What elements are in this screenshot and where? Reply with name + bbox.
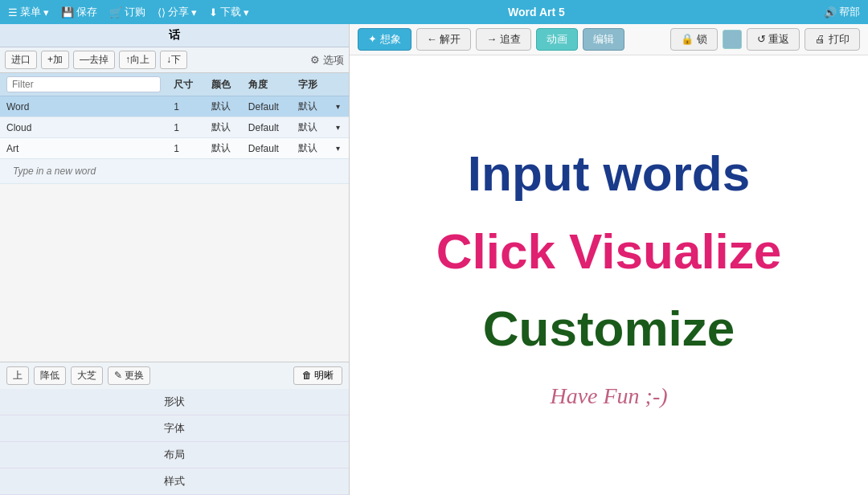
download-chevron-icon: ▾ (244, 6, 249, 18)
row-arrow: ▾ (330, 96, 349, 117)
save-button[interactable]: 💾 保存 (61, 5, 97, 19)
down-button[interactable]: ↓下 (160, 51, 187, 69)
cell-angle: Default (242, 117, 293, 138)
speaker-icon: 🔊 (824, 6, 837, 18)
download-button[interactable]: ⬇ 下载 ▾ (209, 5, 249, 19)
canvas-line4: Have Fun ;-) (436, 380, 782, 411)
row-arrow: ▾ (330, 138, 349, 159)
shape-item[interactable]: 形状 (0, 389, 349, 415)
share-chevron-icon: ▾ (191, 6, 197, 18)
cell-size: 1 (167, 96, 204, 117)
cart-icon: 🛒 (109, 6, 122, 18)
canvas-line1: Input words (436, 139, 782, 209)
new-word-cell (0, 159, 349, 184)
word-table-body: Word 1 默认 Default 默认 ▾ Cloud 1 默认 Defaul… (0, 96, 349, 184)
col-filter (0, 73, 167, 96)
cell-color: 默认 (205, 138, 242, 159)
bottom-controls: 上 降低 大芝 ✎ 更换 🗑 明晰 (0, 362, 349, 389)
size-button[interactable]: 大芝 (71, 366, 103, 385)
table-row[interactable]: Cloud 1 默认 Default 默认 ▾ (0, 117, 349, 138)
app-title: Word Art 5 (508, 6, 565, 18)
unlock-button[interactable]: ← 解开 (416, 28, 472, 51)
cell-color: 默认 (205, 117, 242, 138)
edit-button[interactable]: 编辑 (583, 28, 624, 51)
import-button[interactable]: 进口 (5, 51, 37, 69)
redo-button[interactable]: ↺ 重返 (747, 28, 800, 51)
row-arrow: ▾ (330, 117, 349, 138)
order-button[interactable]: 🛒 订购 (109, 5, 145, 19)
col-angle: 角度 (242, 73, 293, 96)
replace-button[interactable]: ✎ 更换 (108, 366, 150, 385)
search-button[interactable]: → 追查 (476, 28, 531, 51)
lower-button[interactable]: 降低 (34, 366, 66, 385)
top-bar-left: ☰ 菜单 ▾ 💾 保存 🛒 订购 ⟨⟩ 分享 ▾ ⬇ 下载 ▾ (8, 5, 249, 19)
help-button[interactable]: 🔊 帮部 (824, 5, 860, 19)
download-icon: ⬇ (209, 6, 218, 18)
table-row[interactable]: Art 1 默认 Default 默认 ▾ (0, 138, 349, 159)
font-item[interactable]: 字体 (0, 415, 349, 442)
color-swatch[interactable] (723, 30, 742, 49)
new-word-row (0, 159, 349, 184)
extra-menu: 形状 字体 布局 样式 (0, 389, 349, 495)
settings-button[interactable]: ⚙ 选项 (310, 53, 344, 68)
canvas-line3: Customize (436, 294, 782, 364)
right-toolbar: ✦ 想象 ← 解开 → 追查 动画 编辑 🔒 锁 ↺ 重返 🖨 打印 (350, 24, 868, 55)
share-icon: ⟨⟩ (158, 6, 166, 18)
style-item[interactable]: 样式 (0, 468, 349, 495)
up-button[interactable]: ↑向上 (119, 51, 156, 69)
menu-chevron-icon: ▾ (43, 6, 49, 18)
cell-size: 1 (167, 138, 204, 159)
layout-item[interactable]: 布局 (0, 442, 349, 468)
save-icon: 💾 (61, 6, 74, 18)
bottom-up-button[interactable]: 上 (6, 366, 29, 385)
col-action (330, 73, 349, 96)
main-layout: 话 进口 +加 —去掉 ↑向上 ↓下 ⚙ 选项 尺寸 颜色 角度 字形 (0, 24, 868, 495)
col-color: 颜色 (205, 73, 242, 96)
menu-icon: ☰ (8, 6, 18, 18)
share-button[interactable]: ⟨⟩ 分享 ▾ (158, 5, 197, 19)
print-button[interactable]: 🖨 打印 (805, 28, 860, 51)
remove-button[interactable]: —去掉 (73, 51, 115, 69)
cell-size: 1 (167, 117, 204, 138)
cell-color: 默认 (205, 96, 242, 117)
top-bar: ☰ 菜单 ▾ 💾 保存 🛒 订购 ⟨⟩ 分享 ▾ ⬇ 下载 ▾ Word Art… (0, 0, 868, 24)
word-toolbar: 进口 +加 —去掉 ↑向上 ↓下 ⚙ 选项 (0, 47, 349, 73)
lock-button[interactable]: 🔒 锁 (670, 28, 718, 51)
word-table: 尺寸 颜色 角度 字形 Word 1 默认 Default 默认 ▾ (0, 73, 349, 184)
clear-button[interactable]: 🗑 明晰 (293, 366, 342, 385)
animate-button[interactable]: 动画 (536, 28, 578, 51)
visualize-button[interactable]: ✦ 想象 (358, 28, 411, 51)
word-table-container: 尺寸 颜色 角度 字形 Word 1 默认 Default 默认 ▾ (0, 73, 349, 362)
cell-font: 默认 (292, 138, 329, 159)
new-word-input[interactable] (6, 162, 342, 180)
panel-title: 话 (0, 24, 349, 47)
menu-button[interactable]: ☰ 菜单 ▾ (8, 5, 49, 19)
add-button[interactable]: +加 (41, 51, 69, 69)
cell-angle: Default (242, 138, 293, 159)
cell-word: Art (0, 138, 167, 159)
table-header-row: 尺寸 颜色 角度 字形 (0, 73, 349, 96)
canvas-area: Input words Click Visualize Customize Ha… (350, 55, 868, 495)
word-art-display: Input words Click Visualize Customize Ha… (436, 139, 782, 412)
filter-input[interactable] (6, 76, 161, 92)
col-font: 字形 (292, 73, 329, 96)
col-size: 尺寸 (167, 73, 204, 96)
cell-font: 默认 (292, 117, 329, 138)
cell-angle: Default (242, 96, 293, 117)
cell-font: 默认 (292, 96, 329, 117)
left-panel: 话 进口 +加 —去掉 ↑向上 ↓下 ⚙ 选项 尺寸 颜色 角度 字形 (0, 24, 350, 495)
canvas-line2: Click Visualize (436, 217, 782, 287)
cell-word: Word (0, 96, 167, 117)
right-panel: ✦ 想象 ← 解开 → 追查 动画 编辑 🔒 锁 ↺ 重返 🖨 打印 Input… (350, 24, 868, 495)
table-row[interactable]: Word 1 默认 Default 默认 ▾ (0, 96, 349, 117)
cell-word: Cloud (0, 117, 167, 138)
